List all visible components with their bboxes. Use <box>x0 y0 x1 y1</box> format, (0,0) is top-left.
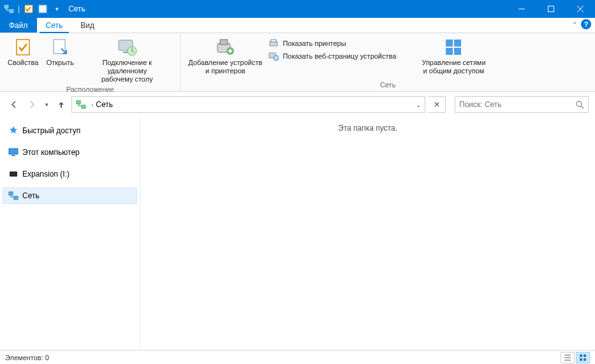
svg-rect-30 <box>584 354 586 357</box>
open-label: Открыть <box>47 59 74 67</box>
properties-icon <box>13 37 33 57</box>
network-tab[interactable]: Сеть <box>37 18 72 33</box>
rdp-button[interactable]: Подключение к удаленному рабочему столу <box>79 36 175 85</box>
ribbon: Свойства Открыть Подключение к удаленном… <box>0 33 595 92</box>
properties-label: Свойства <box>8 59 38 67</box>
chevron-right-icon[interactable]: › <box>91 101 93 108</box>
search-input[interactable] <box>459 100 575 109</box>
nav-network-label: Сеть <box>22 191 40 200</box>
up-button[interactable] <box>54 97 69 112</box>
status-bar: Элементов: 0 <box>0 350 595 364</box>
svg-rect-1 <box>10 10 13 13</box>
svg-rect-4 <box>548 6 554 12</box>
network-center-label: Управление сетями и общим доступом <box>422 59 485 75</box>
svg-rect-26 <box>10 171 17 177</box>
show-printers-button[interactable]: Показать принтеры <box>266 37 399 50</box>
ribbon-group-location: Свойства Открыть Подключение к удаленном… <box>0 33 180 91</box>
close-button[interactable] <box>566 0 595 18</box>
properties-button[interactable]: Свойства <box>5 36 41 68</box>
window-title: Сеть <box>68 4 85 13</box>
minimize-button[interactable] <box>507 0 536 18</box>
svg-rect-32 <box>584 358 586 361</box>
view-details-button[interactable] <box>561 352 575 363</box>
svg-rect-3 <box>39 5 47 13</box>
group-location-label: Расположение <box>5 85 175 94</box>
search-box[interactable] <box>455 96 589 113</box>
svg-rect-22 <box>82 105 85 108</box>
add-devices-button[interactable]: Добавление устройств и принтеров <box>186 36 265 76</box>
svg-rect-31 <box>580 358 582 361</box>
back-button[interactable] <box>6 97 22 112</box>
content-area: Быстрый доступ Этот компьютер Expansion … <box>0 117 595 350</box>
group-network-label: Сеть <box>186 80 590 90</box>
add-devices-label: Добавление устройств и принтеров <box>188 59 262 75</box>
open-icon <box>50 37 70 57</box>
ribbon-collapse-area: ⌃ ? <box>572 19 591 29</box>
qat-divider: | <box>18 4 20 13</box>
svg-point-23 <box>577 101 582 106</box>
svg-rect-27 <box>9 192 13 195</box>
svg-rect-28 <box>14 196 18 200</box>
show-web-label: Показать веб-страницу устройства <box>283 52 396 60</box>
svg-rect-20 <box>454 48 461 55</box>
open-button[interactable]: Открыть <box>42 36 78 68</box>
show-web-button[interactable]: Показать веб-страницу устройства <box>266 50 399 62</box>
collapse-ribbon-icon[interactable]: ⌃ <box>572 21 577 28</box>
navigation-bar: ▾ › Сеть ⌄ ✕ <box>0 92 595 117</box>
ribbon-group-network: Добавление устройств и принтеров Показат… <box>180 33 595 91</box>
qat-dropdown-icon[interactable]: ▾ <box>52 4 62 14</box>
drive-icon <box>8 169 18 179</box>
monitor-icon <box>8 147 18 157</box>
nav-this-pc-label: Этот компьютер <box>22 148 80 157</box>
svg-rect-5 <box>17 40 29 55</box>
help-icon[interactable]: ? <box>581 19 591 29</box>
add-devices-icon <box>215 37 235 57</box>
breadcrumb-network[interactable]: Сеть <box>96 100 113 109</box>
network-center-icon <box>443 37 464 57</box>
address-bar[interactable]: › Сеть ⌄ <box>71 96 425 113</box>
search-icon[interactable] <box>575 100 584 109</box>
view-tab[interactable]: Вид <box>71 18 103 33</box>
nav-quick-access-label: Быстрый доступ <box>22 126 80 135</box>
network-app-icon <box>4 4 14 14</box>
title-bar: | ▾ Сеть <box>0 0 595 18</box>
forward-button[interactable] <box>24 97 40 112</box>
nav-this-pc[interactable]: Этот компьютер <box>3 144 137 161</box>
ribbon-tabs: Файл Сеть Вид ⌃ ? <box>0 18 595 33</box>
address-folder-icon <box>75 98 87 111</box>
svg-rect-0 <box>4 5 8 8</box>
svg-rect-19 <box>446 48 453 55</box>
qat-newfolder-icon[interactable] <box>38 4 48 14</box>
show-printers-label: Показать принтеры <box>283 40 346 47</box>
nav-expansion-label: Expansion (I:) <box>22 170 70 178</box>
nav-expansion-drive[interactable]: Expansion (I:) <box>3 166 137 182</box>
star-icon <box>8 126 18 136</box>
nav-network[interactable]: Сеть <box>3 187 137 204</box>
rdp-label: Подключение к удаленному рабочему столу <box>82 59 172 84</box>
svg-rect-17 <box>446 40 453 47</box>
printers-icon <box>268 38 279 48</box>
svg-rect-14 <box>271 40 276 42</box>
maximize-button[interactable] <box>536 0 566 18</box>
svg-rect-21 <box>77 101 80 104</box>
svg-rect-25 <box>11 155 15 156</box>
view-large-icons-button[interactable] <box>576 352 590 363</box>
stop-refresh-button[interactable]: ✕ <box>428 96 446 113</box>
network-center-button[interactable]: Управление сетями и общим доступом <box>419 36 488 76</box>
svg-rect-24 <box>9 149 18 154</box>
file-tab[interactable]: Файл <box>0 18 37 33</box>
recent-dropdown-button[interactable]: ▾ <box>42 97 51 112</box>
svg-rect-18 <box>454 40 461 47</box>
address-dropdown-icon[interactable]: ⌄ <box>416 101 423 108</box>
svg-rect-29 <box>580 354 582 357</box>
file-view[interactable]: Эта папка пуста. <box>140 117 595 350</box>
device-web-icon <box>268 51 279 61</box>
svg-point-16 <box>274 55 279 61</box>
status-item-count: Элементов: 0 <box>5 354 49 361</box>
navigation-pane: Быстрый доступ Этот компьютер Expansion … <box>0 117 140 350</box>
network-small-icon <box>8 191 18 201</box>
rdp-icon <box>117 37 137 57</box>
svg-rect-11 <box>220 40 228 45</box>
nav-quick-access[interactable]: Быстрый доступ <box>3 122 137 139</box>
qat-properties-icon[interactable] <box>24 4 34 14</box>
